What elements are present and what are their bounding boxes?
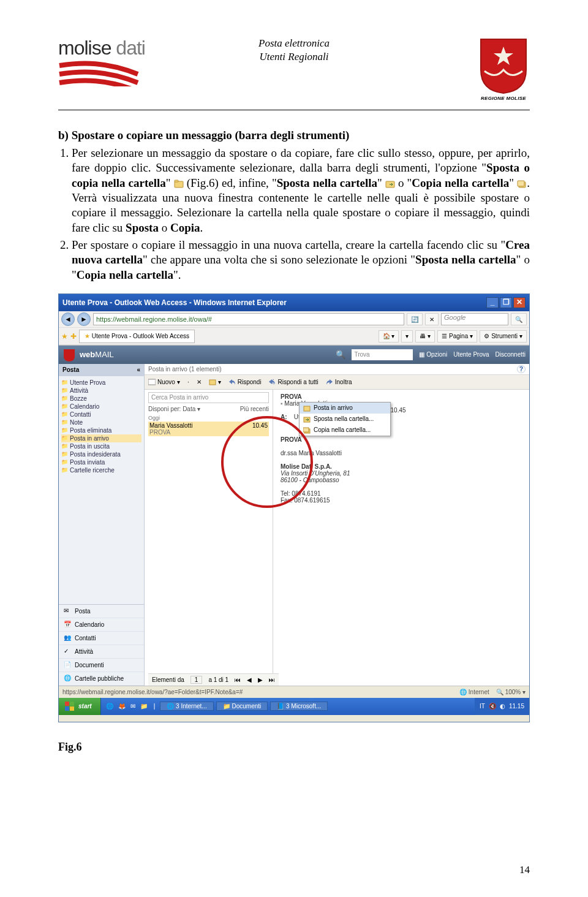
- svg-rect-7: [209, 380, 216, 385]
- options-link[interactable]: ▦ Opzioni: [419, 351, 447, 358]
- back-button[interactable]: ◄: [61, 312, 75, 326]
- folder-node[interactable]: Contatti: [61, 411, 141, 418]
- browser-toolbar: ◄ ► https://webmail.regione.molise.it/ow…: [59, 311, 529, 346]
- folder-node[interactable]: Posta eliminata: [61, 426, 141, 434]
- folder-node[interactable]: Cartelle ricerche: [61, 466, 141, 474]
- folder-node[interactable]: Calendario: [61, 403, 141, 411]
- home-button[interactable]: 🏠 ▾: [379, 330, 399, 343]
- embedded-screenshot: Utente Prova - Outlook Web Access - Wind…: [58, 293, 530, 722]
- day-group: Oggi: [148, 415, 269, 421]
- figure-caption: Fig.6: [58, 741, 530, 754]
- svg-rect-11: [303, 428, 309, 432]
- context-posta-in-arrivo[interactable]: Posta in arrivo: [300, 403, 390, 414]
- find-input[interactable]: Trova: [352, 349, 413, 360]
- page-menu[interactable]: ☰ Pagina ▾: [437, 330, 477, 343]
- x-icon[interactable]: ✕: [197, 379, 202, 385]
- logo-molise-dati: molise dati: [58, 37, 156, 86]
- preview-body: PROVA dr.ssa Maria Vassalotti Molise Dat…: [281, 436, 522, 504]
- taskbar-item[interactable]: 🌐 3 Internet...: [160, 702, 213, 711]
- sidebar: Posta « Utente ProvaAttivitàBozzeCalenda…: [59, 364, 145, 686]
- folder-node[interactable]: Posta in arrivo: [61, 434, 141, 442]
- stop-button[interactable]: ✕: [425, 313, 439, 325]
- message-toolbar: Nuovo ▾ · ✕ ▾ Rispondi Rispondi a tutti …: [145, 375, 529, 390]
- svg-rect-2: [175, 180, 178, 182]
- folder-node[interactable]: Posta in uscita: [61, 442, 141, 450]
- new-button[interactable]: Nuovo ▾: [148, 378, 180, 385]
- nav-cartelle-pubbliche[interactable]: 🌐Cartelle pubbliche: [59, 672, 144, 686]
- taskbar-item[interactable]: 📘 3 Microsoft...: [270, 702, 328, 711]
- window-titlebar: Utente Prova - Outlook Web Access - Wind…: [59, 294, 529, 311]
- tray-icon[interactable]: 🔇: [489, 703, 496, 710]
- nav-calendario[interactable]: 📅Calendario: [59, 618, 144, 632]
- signout-link[interactable]: Disconnetti: [496, 351, 526, 358]
- quicklaunch-icon[interactable]: 🦊: [118, 703, 126, 710]
- minimize-button[interactable]: _: [486, 297, 499, 308]
- arrange-by-row[interactable]: Disponi per: Data ▾ Più recenti: [148, 406, 269, 412]
- svg-rect-14: [65, 706, 69, 711]
- logo-regione-molise: REGIONE MOLISE: [477, 36, 530, 101]
- folder-node[interactable]: Bozze: [61, 395, 141, 403]
- tray-icon[interactable]: ◐: [500, 703, 505, 710]
- search-folder-input[interactable]: Cerca Posta in arrivo: [148, 392, 269, 403]
- taskbar: start 🌐🦊✉📁|🌐 3 Internet...📁 Documenti📘 3…: [59, 698, 529, 715]
- search-go-button[interactable]: 🔍: [511, 313, 527, 325]
- quicklaunch-icon[interactable]: 📁: [140, 703, 148, 710]
- logo-wordmark: molise dati: [58, 37, 156, 59]
- page-prev-icon[interactable]: ◀: [247, 676, 252, 683]
- close-button[interactable]: ✕: [513, 297, 526, 308]
- status-url: https://webmail.regione.molise.it/owa/?a…: [62, 689, 243, 695]
- taskbar-item[interactable]: 📁 Documenti: [216, 702, 268, 711]
- folder-node[interactable]: Posta inviata: [61, 458, 141, 466]
- forward-button[interactable]: Inoltra: [326, 378, 352, 385]
- search-field[interactable]: Google: [441, 313, 508, 325]
- browser-tab[interactable]: ★ Utente Prova - Outlook Web Access: [79, 330, 195, 343]
- svg-rect-5: [518, 181, 524, 186]
- shield-caption: REGIONE MOLISE: [477, 96, 530, 101]
- nav-contatti[interactable]: 👥Contatti: [59, 632, 144, 645]
- message-item[interactable]: Maria Vassalotti10.45 PROVA: [148, 422, 269, 436]
- svg-rect-15: [70, 706, 74, 711]
- help-button[interactable]: ?: [517, 365, 526, 373]
- reply-button[interactable]: Rispondi: [228, 378, 262, 385]
- folder-node[interactable]: Note: [61, 418, 141, 426]
- folder-node[interactable]: Attività: [61, 387, 141, 395]
- svg-rect-8: [304, 406, 310, 411]
- sidebar-collapse-icon[interactable]: «: [137, 366, 140, 373]
- page-number: 14: [519, 864, 530, 876]
- move-copy-button[interactable]: ▾: [209, 378, 221, 385]
- address-bar[interactable]: https://webmail.regione.molise.it/owa/#: [93, 313, 404, 325]
- folder-move-icon: [385, 180, 395, 188]
- nav-attività[interactable]: ✓Attività: [59, 645, 144, 659]
- forward-button[interactable]: ►: [77, 312, 91, 326]
- maximize-button[interactable]: ❐: [500, 297, 512, 308]
- start-button[interactable]: start: [59, 698, 101, 715]
- feeds-button[interactable]: ▾: [401, 330, 413, 343]
- page-next-icon[interactable]: ▶: [258, 676, 263, 683]
- add-favorite-icon[interactable]: ✚: [70, 332, 77, 341]
- context-copia[interactable]: Copia nella cartella...: [300, 425, 390, 436]
- svg-rect-13: [70, 702, 74, 706]
- language-indicator[interactable]: IT: [480, 703, 485, 710]
- print-button[interactable]: 🖶 ▾: [415, 330, 435, 343]
- tools-menu[interactable]: ⚙ Strumenti ▾: [480, 330, 527, 343]
- message-list: Cerca Posta in arrivo Disponi per: Data …: [145, 390, 273, 686]
- quicklaunch-icon[interactable]: ✉: [130, 703, 135, 710]
- instruction-item-1: Per selezionare un messaggio da spostare…: [72, 146, 530, 235]
- favorites-icon[interactable]: ★: [61, 332, 68, 341]
- nav-documenti[interactable]: 📄Documenti: [59, 659, 144, 672]
- context-sposta[interactable]: Sposta nella cartella...: [300, 414, 390, 425]
- instruction-item-2: Per spostare o copiare il messaggio in u…: [72, 238, 530, 282]
- refresh-button[interactable]: 🔄: [407, 313, 423, 325]
- quicklaunch-icon[interactable]: 🌐: [106, 703, 113, 710]
- folder-node[interactable]: Utente Prova: [61, 379, 141, 387]
- page-header: molise dati Posta elettronica Utenti Reg…: [58, 37, 530, 110]
- clock: 11.15: [509, 703, 524, 710]
- page-first-icon[interactable]: ⏮: [235, 676, 241, 683]
- page-last-icon[interactable]: ⏭: [269, 676, 275, 683]
- window-title: Utente Prova - Outlook Web Access - Wind…: [62, 298, 287, 307]
- folder-node[interactable]: Posta indesiderata: [61, 450, 141, 458]
- internet-zone-icon: 🌐: [459, 689, 467, 695]
- reply-all-button[interactable]: Rispondi a tutti: [269, 378, 318, 385]
- molise-shield-icon: [62, 348, 76, 361]
- nav-posta[interactable]: ✉Posta: [59, 605, 144, 618]
